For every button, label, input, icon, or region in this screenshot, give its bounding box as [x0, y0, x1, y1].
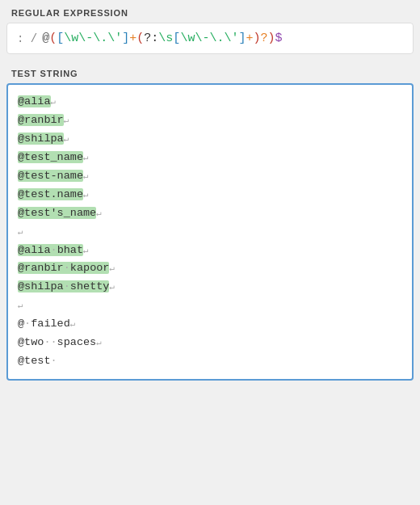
test-string-textarea[interactable]: @alia↵ @ranbir↵ @shilpa↵ @test_name↵ @te…: [6, 83, 414, 381]
list-item: @ranbir↵: [18, 112, 402, 130]
list-item: @test.name↵: [18, 186, 402, 204]
list-item: @test_name↵: [18, 149, 402, 167]
list-item: @shilpa↵: [18, 130, 402, 149]
list-item: ↵: [18, 297, 402, 315]
list-item: @alia·bhat↵: [18, 242, 402, 260]
list-item: @test-name↵: [18, 167, 402, 186]
list-item: @test·: [18, 352, 402, 371]
list-item: @·failed↵: [18, 315, 402, 334]
regex-section-label: REGULAR EXPRESSION: [0, 0, 420, 23]
list-item: @alia↵: [18, 93, 402, 112]
list-item: @test's_name↵: [18, 204, 402, 223]
regex-input-box[interactable]: : / @([\w\-\.\']+(?:\s[\w\-\.\']+)?)$: [6, 23, 414, 54]
regex-delimiter: : /: [17, 32, 37, 45]
test-string-section: TEST STRING @alia↵ @ranbir↵ @shilpa↵ @te…: [0, 61, 420, 381]
list-item: @two··spaces↵: [18, 334, 402, 352]
test-string-section-label: TEST STRING: [0, 61, 420, 83]
list-item: ↵: [18, 223, 402, 242]
regex-pattern: @([\w\-\.\']+(?:\s[\w\-\.\']+)?)$: [42, 32, 282, 45]
list-item: @ranbir·kapoor↵: [18, 259, 402, 278]
regular-expression-section: REGULAR EXPRESSION : / @([\w\-\.\']+(?:\…: [0, 0, 420, 54]
list-item: @shilpa·shetty↵: [18, 278, 402, 297]
